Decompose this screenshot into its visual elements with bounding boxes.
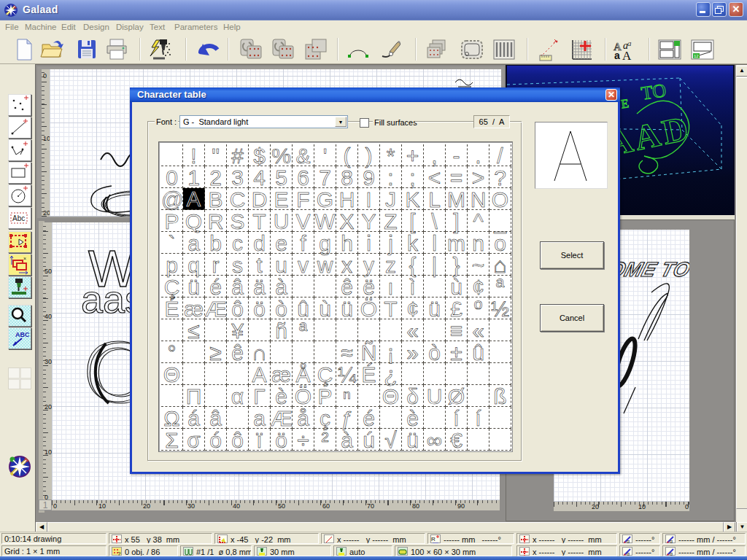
svg-text:A: A: [622, 49, 632, 62]
svg-text:α: α: [627, 539, 630, 544]
svg-text:α: α: [627, 551, 630, 556]
svg-text:α: α: [670, 551, 673, 556]
svg-text:ABC: ABC: [15, 331, 29, 338]
svg-text:a: a: [627, 39, 632, 47]
svg-text:12: 12: [694, 54, 699, 58]
svg-text:×: ×: [23, 256, 26, 261]
svg-text:?: ?: [117, 551, 121, 556]
svg-text:a: a: [614, 50, 620, 61]
svg-text:α: α: [670, 539, 673, 544]
svg-text:E: E: [620, 96, 630, 111]
svg-text:TO: TO: [640, 79, 667, 104]
svg-text:Abc: Abc: [12, 214, 25, 222]
svg-text:R: R: [431, 536, 436, 542]
